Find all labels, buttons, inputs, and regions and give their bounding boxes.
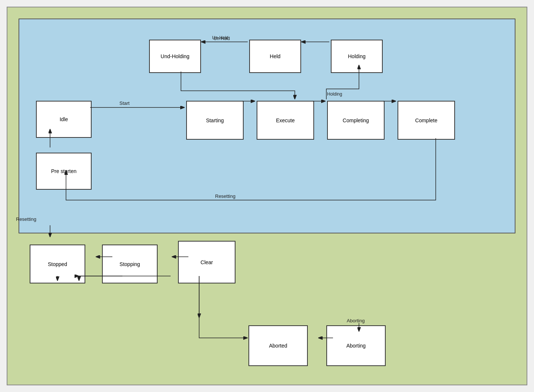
state-clear: Clear: [178, 241, 235, 283]
state-held: Held: [249, 40, 301, 73]
state-stopped: Stopped: [30, 245, 85, 283]
state-starting: Starting: [186, 101, 244, 140]
state-execute: Execute: [257, 101, 314, 140]
state-pre-starten: Pre starten: [36, 153, 92, 190]
state-complete: Complete: [398, 101, 455, 140]
blue-region: Und-Holding Held Holding Idle Starting E…: [19, 19, 515, 233]
state-aborted: Aborted: [248, 325, 308, 366]
state-stopping: Stopping: [102, 245, 158, 283]
state-holding: Holding: [331, 40, 383, 73]
state-idle: Idle: [36, 101, 92, 138]
state-completing: Completing: [327, 101, 385, 140]
state-aborting: Aborting: [326, 325, 386, 366]
outer-frame: Und-Holding Held Holding Idle Starting E…: [7, 7, 527, 385]
state-und-holding: Und-Holding: [149, 40, 201, 73]
